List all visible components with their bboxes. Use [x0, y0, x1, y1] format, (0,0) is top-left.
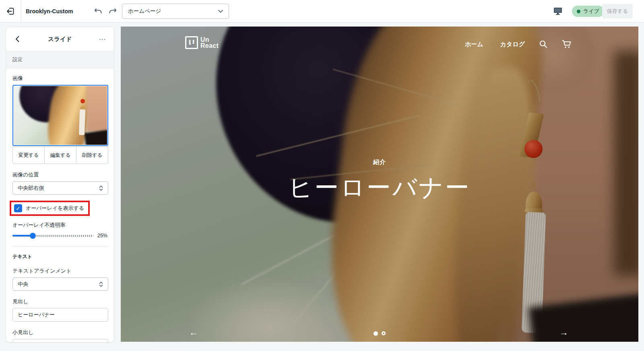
thumbnail-photo	[14, 86, 107, 145]
theme-name: Brooklyn-Custom	[26, 0, 73, 22]
heading-input[interactable]	[12, 308, 108, 322]
live-label: ライブ	[583, 8, 599, 15]
shop-logo[interactable]: U Un React	[185, 36, 219, 49]
text-alignment-label: テキストアラインメント	[12, 267, 107, 275]
cart-icon[interactable]	[562, 39, 572, 49]
overlay-opacity-slider-row: 25%	[12, 233, 107, 238]
caret-down-icon	[218, 10, 223, 13]
image-actions: 変更する 編集する 削除する	[12, 146, 108, 164]
subheading-label: 小見出し	[12, 329, 107, 336]
text-section-header: テキスト	[12, 253, 107, 260]
image-position-select[interactable]: 中央部右側	[12, 181, 108, 195]
overlay-checkbox-label: オーバーレイを表示する	[26, 205, 84, 212]
sort-arrows-icon	[99, 281, 103, 287]
delete-image-button[interactable]: 削除する	[76, 146, 108, 164]
change-image-button[interactable]: 変更する	[12, 146, 45, 164]
text-alignment-select[interactable]: 中央	[12, 277, 108, 291]
search-icon[interactable]	[539, 39, 548, 49]
shop-header: U Un React ホーム カタログ 紹介	[121, 27, 638, 342]
overlay-opacity-value: 25%	[97, 233, 107, 238]
hero-subheading: 紹介	[121, 158, 638, 166]
slide-dot-1[interactable]	[374, 331, 378, 336]
divider	[12, 246, 107, 247]
overlay-opacity-label: オーバーレイ不透明率	[12, 222, 107, 229]
monitor-icon	[553, 7, 563, 16]
section-header: 設定	[6, 51, 114, 68]
heading-label: 見出し	[12, 298, 107, 305]
hero-heading: ヒーローバナー	[121, 172, 638, 204]
page-selector-dropdown[interactable]: ホームページ	[122, 4, 229, 19]
exit-editor-button[interactable]	[0, 0, 21, 22]
undo-button[interactable]	[93, 6, 104, 17]
panel-title: スライド	[48, 35, 72, 43]
exit-icon	[6, 7, 15, 16]
back-button[interactable]	[11, 33, 24, 45]
live-status-badge: ライブ	[572, 6, 604, 17]
overlay-checkbox[interactable]: ✓	[14, 204, 22, 212]
logo-text: Un React	[200, 37, 219, 49]
subheading-input[interactable]	[12, 339, 108, 343]
page-selector-value: ホームページ	[128, 8, 161, 15]
image-position-value: 中央部右側	[18, 185, 44, 192]
logo-monogram: U	[185, 36, 198, 49]
check-icon: ✓	[16, 205, 21, 211]
save-button[interactable]: 保存する	[602, 4, 633, 18]
overlay-checkbox-highlight: ✓ オーバーレイを表示する	[10, 201, 90, 216]
theme-preview[interactable]: U Un React ホーム カタログ 紹介	[121, 27, 638, 342]
shop-nav: ホーム カタログ	[465, 39, 572, 49]
edit-image-button[interactable]: 編集する	[44, 146, 76, 164]
settings-panel: スライド ⋯ 設定 画像 変更する	[6, 27, 114, 343]
top-bar: Brooklyn-Custom ホームページ ライブ 保存する	[0, 0, 644, 23]
sort-arrows-icon	[99, 185, 103, 191]
ellipsis-icon: ⋯	[99, 35, 107, 43]
redo-button[interactable]	[107, 6, 118, 17]
desktop-view-button[interactable]	[552, 6, 564, 16]
chevron-left-icon	[15, 36, 19, 42]
image-label: 画像	[12, 75, 107, 82]
image-position-label: 画像の位置	[12, 171, 107, 179]
theme-editor: Brooklyn-Custom ホームページ ライブ 保存する	[0, 0, 644, 351]
slide-dot-2[interactable]	[382, 331, 386, 335]
undo-icon	[93, 6, 103, 16]
overlay-opacity-thumb[interactable]	[30, 233, 36, 239]
overlay-opacity-slider[interactable]	[12, 233, 93, 238]
logo-line2: React	[200, 42, 219, 49]
live-dot-icon	[577, 10, 580, 13]
panel-body: 画像 変更する 編集する 削除する 画像の位置	[6, 68, 114, 343]
text-alignment-value: 中央	[18, 281, 28, 288]
slide-pagination	[121, 331, 638, 336]
image-thumbnail[interactable]	[12, 85, 108, 146]
nav-link-catalog[interactable]: カタログ	[500, 41, 525, 48]
more-options-button[interactable]: ⋯	[95, 33, 110, 45]
panel-header: スライド ⋯	[6, 27, 114, 51]
hero-text: 紹介 ヒーローバナー	[121, 158, 638, 204]
redo-icon	[108, 6, 118, 16]
nav-link-home[interactable]: ホーム	[465, 41, 483, 48]
